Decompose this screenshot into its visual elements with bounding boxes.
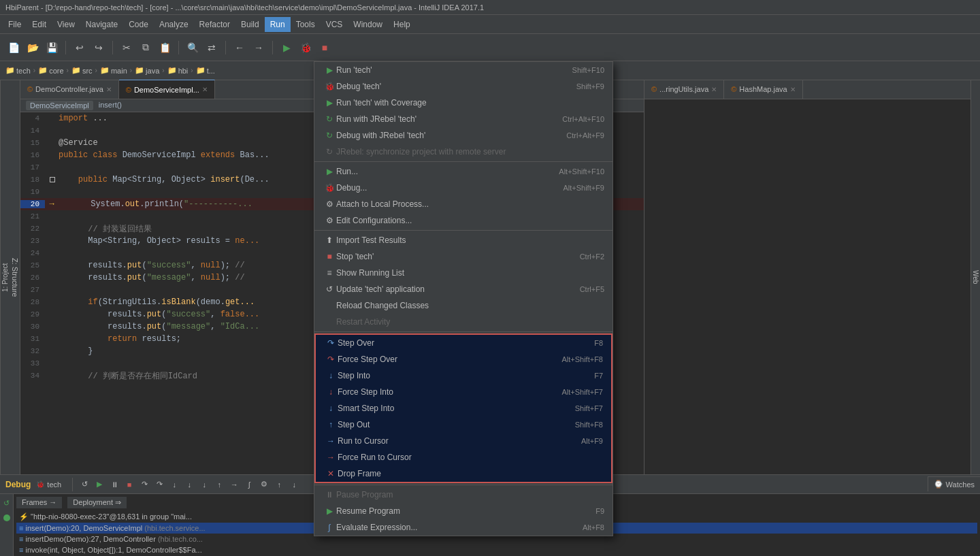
- toolbar-run-btn[interactable]: ▶: [278, 39, 295, 56]
- menu-attach-local[interactable]: ⚙ Attach to Local Process...: [314, 196, 612, 212]
- menu-run-jrebel[interactable]: ↻ Run with JRebel 'tech' Ctrl+Alt+F10: [314, 111, 612, 127]
- attach-local-icon: ⚙: [323, 199, 336, 209]
- force-run-to-cursor-icon: →: [324, 453, 338, 462]
- toolbar-cut-btn[interactable]: ✂: [118, 39, 135, 56]
- tab-demoserviceimpl[interactable]: © DemoServiceImpl... ✕: [119, 80, 215, 99]
- toolbar-undo-btn[interactable]: ↩: [71, 39, 88, 56]
- menu-stop-tech[interactable]: ■ Stop 'tech' Ctrl+F2: [314, 248, 612, 265]
- tab-hashmap-close[interactable]: ✕: [790, 86, 796, 93]
- tab-stringutils-close[interactable]: ✕: [711, 86, 717, 93]
- web-panel[interactable]: Web: [970, 80, 980, 474]
- toolbar-stop-btn[interactable]: ■: [316, 39, 333, 56]
- breadcrumb-src[interactable]: 📁 src: [71, 66, 93, 75]
- menu-help[interactable]: Help: [388, 17, 416, 32]
- menu-view[interactable]: View: [52, 17, 80, 32]
- toolbar-copy-btn[interactable]: ⧉: [137, 39, 154, 56]
- toolbar-nav-fwd-btn[interactable]: →: [250, 39, 267, 56]
- debug-run-cursor-btn[interactable]: →: [228, 478, 240, 491]
- toolbar-nav-back-btn[interactable]: ←: [231, 39, 248, 56]
- menu-force-run-to-cursor[interactable]: → Force Run to Cursor: [316, 449, 611, 465]
- menu-navigate[interactable]: Navigate: [80, 17, 123, 32]
- debug-stop-btn[interactable]: ■: [123, 478, 135, 491]
- toolbar-sep3: [178, 41, 179, 54]
- menu-edit-config[interactable]: ⚙ Edit Configurations...: [314, 212, 612, 229]
- debug-tech-label: tech: [47, 480, 61, 489]
- menu-window[interactable]: Window: [348, 17, 388, 32]
- debug-pause-btn[interactable]: ⏸: [108, 478, 120, 491]
- debug-restart-btn[interactable]: ↺: [78, 478, 91, 491]
- menu-code[interactable]: Code: [123, 17, 154, 32]
- menu-step-into[interactable]: ↓ Step Into F7: [316, 367, 611, 384]
- debug-step-into-btn[interactable]: ↓: [168, 478, 180, 491]
- debug-down-btn[interactable]: ↓: [288, 478, 300, 491]
- toolbar-redo-btn[interactable]: ↪: [91, 39, 107, 56]
- menu-step-over[interactable]: ↷ Step Over F8: [316, 335, 611, 351]
- menu-debug-tech[interactable]: 🐞 Debug 'tech' Shift+F9: [314, 78, 612, 95]
- structure-panel[interactable]: Z: Structure: [10, 80, 20, 474]
- debug-resume-btn[interactable]: ▶: [93, 478, 105, 491]
- menu-run[interactable]: Run: [265, 17, 291, 32]
- debug-step-out-btn[interactable]: ↑: [213, 478, 225, 491]
- breadcrumb-main[interactable]: 📁 main: [100, 66, 127, 75]
- resume-program-icon: ▶: [323, 506, 336, 516]
- debug-refresh-btn[interactable]: ↺: [1, 497, 13, 509]
- debug-up-btn[interactable]: ↑: [273, 478, 285, 491]
- debug-dots-shortcut: Alt+Shift+F9: [563, 184, 604, 192]
- debug-step-over-btn[interactable]: ↷: [138, 478, 150, 491]
- code-breadcrumb-class[interactable]: DemoServiceImpl: [26, 101, 93, 110]
- menu-import-test[interactable]: ⬆ Import Test Results: [314, 232, 612, 248]
- menu-file[interactable]: File: [3, 17, 27, 32]
- debug-settings-btn[interactable]: ⚙: [258, 478, 270, 491]
- menu-tools[interactable]: Tools: [291, 17, 321, 32]
- menu-debug-jrebel[interactable]: ↻ Debug with JRebel 'tech' Ctrl+Alt+F9: [314, 127, 612, 144]
- deployment-tab[interactable]: Deployment ⇒: [67, 497, 127, 508]
- menu-smart-step-into[interactable]: ↓ Smart Step Into Shift+F7: [316, 400, 611, 416]
- menu-edit[interactable]: Edit: [27, 17, 52, 32]
- menu-drop-frame[interactable]: ✕ Drop Frame: [316, 465, 611, 482]
- toolbar-debug-btn[interactable]: 🐞: [297, 39, 314, 56]
- menu-reload-classes[interactable]: Reload Changed Classes: [314, 297, 612, 314]
- tab-demoserviceimpl-close[interactable]: ✕: [202, 86, 208, 93]
- frames-tab[interactable]: Frames →: [16, 497, 62, 508]
- watches-button[interactable]: ⌚ Watches: [928, 476, 980, 491]
- menu-run-to-cursor[interactable]: → Run to Cursor Alt+F9: [316, 433, 611, 449]
- menu-run-tech[interactable]: ▶ Run 'tech' Shift+F10: [314, 62, 612, 78]
- menu-vcs[interactable]: VCS: [321, 17, 348, 32]
- breadcrumb-core[interactable]: 📁 core: [38, 66, 63, 75]
- toolbar-new-btn[interactable]: 📄: [5, 39, 22, 56]
- tab-democontroller[interactable]: © DemoController.java ✕: [20, 80, 119, 99]
- menu-refactor[interactable]: Refactor: [194, 17, 235, 32]
- menu-step-out[interactable]: ↑ Step Out Shift+F8: [316, 416, 611, 433]
- breadcrumb-tech[interactable]: 📁 tech: [5, 66, 31, 75]
- toolbar-paste-btn[interactable]: 📋: [157, 39, 173, 56]
- menu-evaluate-expr[interactable]: ∫ Evaluate Expression... Alt+F8: [314, 519, 612, 536]
- frame-item-invoke[interactable]: ≡ invoke(int, Object, Object[]):1, DemoC…: [16, 544, 977, 555]
- toolbar-open-btn[interactable]: 📂: [24, 39, 41, 56]
- toolbar-find-btn[interactable]: 🔍: [184, 39, 201, 56]
- menu-debug-dots[interactable]: 🐞 Debug... Alt+Shift+F9: [314, 180, 612, 196]
- menu-show-running[interactable]: ≡ Show Running List: [314, 265, 612, 281]
- menu-build[interactable]: Build: [235, 17, 265, 32]
- tab-democontroller-close[interactable]: ✕: [106, 86, 112, 93]
- menu-resume-program[interactable]: ▶ Resume Program F9: [314, 503, 612, 519]
- debug-green-circle-btn[interactable]: [1, 512, 13, 524]
- menu-force-step-into[interactable]: ↓ Force Step Into Alt+Shift+F7: [316, 384, 611, 400]
- toolbar-save-btn[interactable]: 💾: [44, 39, 60, 56]
- breadcrumb-hbi[interactable]: 📁 hbi: [167, 66, 189, 75]
- menu-analyze[interactable]: Analyze: [154, 17, 194, 32]
- code-breadcrumb-method[interactable]: insert(): [99, 101, 122, 110]
- menu-force-step-over[interactable]: ↷ Force Step Over Alt+Shift+F8: [316, 351, 611, 367]
- debug-evaluate-btn[interactable]: ∫: [243, 478, 255, 491]
- tab-stringutils[interactable]: © ...ringUtils.java ✕: [644, 80, 724, 99]
- breadcrumb-t[interactable]: 📁 t...: [196, 66, 215, 75]
- debug-force-step-into-btn[interactable]: ↓: [183, 478, 195, 491]
- menu-update-app[interactable]: ↺ Update 'tech' application Ctrl+F5: [314, 281, 612, 297]
- tab-hashmap[interactable]: © HashMap.java ✕: [724, 80, 802, 99]
- breadcrumb-java[interactable]: 📁 java: [135, 66, 159, 75]
- debug-force-step-over-btn[interactable]: ↷: [153, 478, 165, 491]
- project-panel[interactable]: 1: Project: [0, 80, 10, 474]
- menu-run-dots[interactable]: ▶ Run... Alt+Shift+F10: [314, 163, 612, 180]
- toolbar-replace-btn[interactable]: ⇄: [203, 39, 220, 56]
- menu-run-coverage[interactable]: ▶ Run 'tech' with Coverage: [314, 95, 612, 111]
- debug-smart-step-into-btn[interactable]: ↓: [198, 478, 210, 491]
